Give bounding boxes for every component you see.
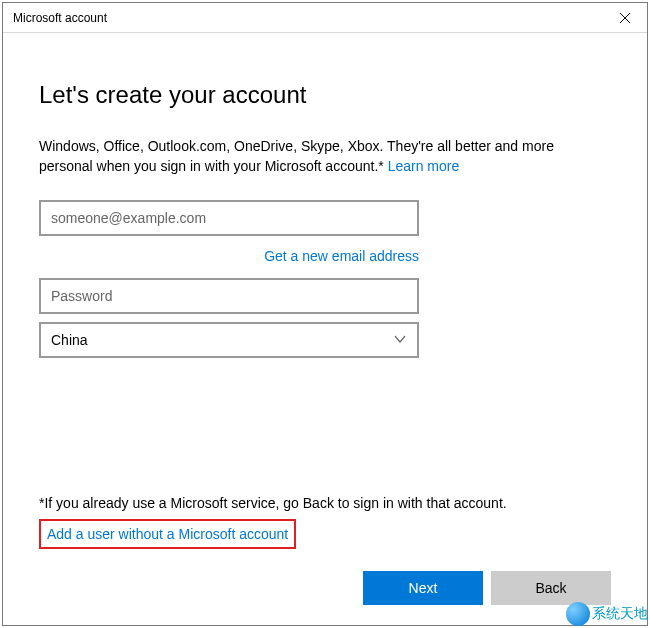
window-title: Microsoft account: [13, 11, 107, 25]
get-new-email-link[interactable]: Get a new email address: [264, 248, 419, 264]
add-user-without-ms-link[interactable]: Add a user without a Microsoft account: [47, 526, 288, 542]
password-input[interactable]: [39, 278, 419, 314]
dialog-window: Microsoft account Let's create your acco…: [2, 2, 648, 626]
learn-more-link[interactable]: Learn more: [388, 158, 460, 174]
chevron-down-icon: [393, 332, 407, 349]
globe-icon: [566, 602, 590, 626]
titlebar: Microsoft account: [3, 3, 647, 33]
watermark: 系统天地: [564, 600, 650, 628]
dialog-content: Let's create your account Windows, Offic…: [3, 33, 647, 625]
back-button-label: Back: [535, 580, 566, 596]
email-input[interactable]: [39, 200, 419, 236]
footnote-text: *If you already use a Microsoft service,…: [39, 495, 611, 511]
next-button[interactable]: Next: [363, 571, 483, 605]
add-user-highlight: Add a user without a Microsoft account: [39, 519, 296, 549]
description-text: Windows, Office, Outlook.com, OneDrive, …: [39, 137, 611, 176]
button-row: Next Back: [39, 571, 611, 605]
country-select[interactable]: China: [39, 322, 419, 358]
page-heading: Let's create your account: [39, 81, 611, 109]
watermark-text: 系统天地: [592, 605, 648, 623]
country-value: China: [51, 332, 88, 348]
description-body: Windows, Office, Outlook.com, OneDrive, …: [39, 138, 554, 174]
close-button[interactable]: [602, 3, 647, 32]
close-icon: [620, 10, 630, 26]
next-button-label: Next: [409, 580, 438, 596]
get-email-row: Get a new email address: [39, 248, 419, 264]
